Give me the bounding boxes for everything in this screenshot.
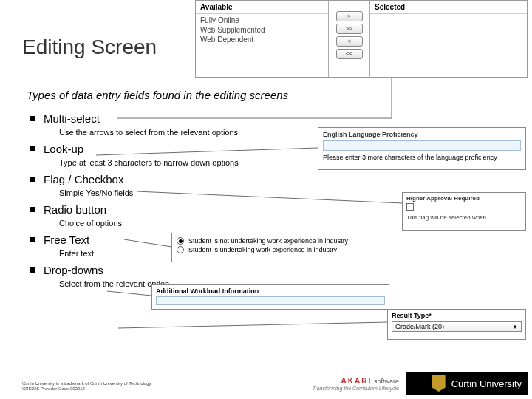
lookup-label: English Language Proficiency [323, 131, 521, 138]
akari-logo: AKARI software Transforming the Curricul… [313, 377, 399, 392]
item-head-radio: Radio button [30, 202, 325, 217]
slide: Editing Screen Types of data entry field… [0, 0, 532, 399]
checkbox-label: Higher Approval Required [406, 195, 522, 202]
multiselect-widget: Available Fully Online Web Supplemented … [195, 0, 528, 78]
akari-suffix: software [374, 378, 399, 385]
chevron-down-icon: ▼ [512, 324, 518, 330]
item-label: Free Text [44, 233, 89, 246]
shield-icon [432, 375, 446, 392]
lookup-input[interactable] [323, 140, 521, 151]
field-type-list: Multi-select Use the arrows to select fr… [30, 111, 325, 293]
freetext-widget: Additional Workload Information [151, 284, 389, 310]
freetext-label: Additional Workload Information [156, 287, 385, 295]
list-item: Radio button Choice of options [30, 202, 325, 228]
option[interactable]: Web Supplemented [200, 25, 324, 35]
list-item: Look-up Type at least 3 characters to na… [30, 141, 325, 167]
item-label: Look-up [44, 143, 83, 155]
move-all-right-button[interactable]: >> [336, 24, 363, 34]
checkbox-input[interactable] [406, 203, 414, 211]
radio-input[interactable] [177, 246, 184, 253]
item-label: Radio button [44, 203, 106, 216]
radio-row[interactable]: Student is not undertaking work experien… [177, 236, 395, 245]
checkbox-widget: Higher Approval Required This flag will … [402, 192, 526, 231]
freetext-input[interactable] [156, 296, 385, 305]
bullet-icon [30, 207, 35, 212]
akari-tagline: Transforming the Curriculum Lifecycle [313, 386, 399, 392]
curtin-text: Curtin University [451, 378, 522, 389]
bullet-icon [30, 237, 35, 242]
move-right-button[interactable]: > [336, 11, 363, 21]
item-head-lookup: Look-up [30, 141, 325, 157]
bullet-icon [30, 177, 35, 182]
list-item: Multi-select Use the arrows to select fr… [30, 111, 325, 137]
svg-line-6 [118, 322, 387, 328]
radio-label: Student is not undertaking work experien… [188, 237, 348, 245]
move-left-button[interactable]: < [336, 36, 363, 47]
item-desc: Use the arrows to select from the releva… [59, 128, 325, 137]
curtin-logo: Curtin University [406, 372, 528, 395]
radio-label: Student is undertaking work experience i… [188, 246, 337, 253]
item-label: Multi-select [44, 112, 100, 125]
option[interactable]: Web Dependent [200, 35, 324, 44]
multiselect-buttons: > >> < << [329, 1, 370, 77]
dropdown-label: Result Type* [392, 312, 522, 319]
selected-header: Selected [370, 1, 527, 14]
item-head-multiselect: Multi-select [30, 111, 325, 126]
multiselect-available: Available Fully Online Web Supplemented … [196, 1, 329, 77]
akari-brand: AKARI [341, 377, 372, 385]
item-head-dropdown: Drop-downs [30, 262, 325, 278]
bullet-icon [30, 116, 35, 121]
dropdown-widget: Result Type* Grade/Mark (20) ▼ [387, 309, 526, 340]
multiselect-selected: Selected [370, 1, 527, 77]
footer-line2: CRICOS Provider Code 00301J [22, 386, 151, 392]
item-label: Flag / Checkbox [44, 173, 123, 185]
item-desc: Type at least 3 characters to narrow dow… [59, 158, 325, 167]
page-title: Editing Screen [22, 35, 157, 59]
list-item: Flag / Checkbox Simple Yes/No fields [30, 171, 325, 197]
radio-row[interactable]: Student is undertaking work experience i… [177, 245, 395, 254]
option[interactable]: Fully Online [200, 16, 324, 25]
radio-input[interactable] [177, 237, 184, 245]
bullet-icon [30, 267, 35, 273]
lookup-hint: Please enter 3 more characters of the la… [323, 154, 521, 161]
item-head-checkbox: Flag / Checkbox [30, 171, 325, 187]
footer-line1: Curtin University is a trademark of Curt… [22, 381, 151, 386]
lookup-widget: English Language Proficiency Please ente… [318, 127, 526, 170]
item-desc: Choice of options [59, 219, 325, 228]
bullet-icon [30, 146, 35, 151]
move-all-left-button[interactable]: << [336, 49, 363, 59]
available-header: Available [196, 1, 328, 14]
dropdown-select[interactable]: Grade/Mark (20) ▼ [392, 321, 522, 332]
page-subtitle: Types of data entry fields found in the … [27, 89, 288, 101]
item-desc: Simple Yes/No fields [59, 188, 325, 197]
checkbox-note: This flag will be selected when [406, 214, 522, 221]
footer: Curtin University is a trademark of Curt… [22, 381, 151, 392]
dropdown-value: Grade/Mark (20) [395, 323, 444, 330]
available-list[interactable]: Fully Online Web Supplemented Web Depend… [196, 14, 328, 46]
radio-widget: Student is not undertaking work experien… [171, 233, 400, 262]
item-label: Drop-downs [44, 264, 103, 276]
